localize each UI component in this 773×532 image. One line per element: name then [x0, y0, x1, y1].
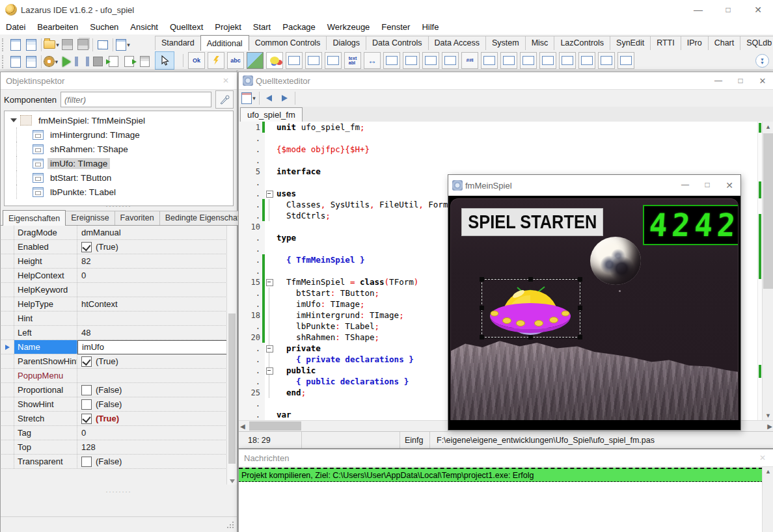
property-value[interactable]: [77, 283, 236, 297]
palette-component-tpairsplitter[interactable]: [578, 52, 595, 69]
property-name[interactable]: Stretch: [14, 412, 77, 425]
maximize-button[interactable]: □: [713, 0, 743, 20]
property-row-helptype[interactable]: HelpTypehtContext: [1, 297, 236, 312]
palette-component-tscrollbox[interactable]: [500, 52, 517, 69]
menu-item-werkzeuge[interactable]: Werkzeuge: [321, 21, 376, 33]
palette-component-tsplitter[interactable]: ↔: [364, 52, 381, 69]
jump-to-unit-button[interactable]: ▾: [241, 92, 256, 105]
spiel-starten-button[interactable]: SPIEL STARTEN: [461, 208, 603, 236]
exchange-source-form-button[interactable]: [95, 37, 111, 52]
menu-item-quelltext[interactable]: Quelltext: [164, 21, 209, 33]
palette-tab-lazcontrols[interactable]: LazControls: [554, 36, 610, 50]
property-name[interactable]: HelpKeyword: [14, 283, 77, 297]
selection-handle-w[interactable]: [480, 306, 484, 310]
object-inspector-close-icon[interactable]: ✕: [215, 76, 237, 85]
property-row-hint[interactable]: Hint: [1, 312, 236, 326]
score-display[interactable]: 4242: [643, 205, 739, 245]
property-name[interactable]: Left: [14, 326, 77, 339]
property-row-helpkeyword[interactable]: HelpKeyword: [1, 283, 236, 297]
messages-titlebar[interactable]: Nachrichten ✕: [239, 449, 773, 467]
property-name[interactable]: HelpContext: [14, 269, 77, 282]
selection-marquee[interactable]: [481, 279, 580, 338]
selection-handle-n[interactable]: [528, 277, 533, 282]
palette-component-tmaskedit[interactable]: ##I: [461, 52, 478, 69]
palette-tab-additional[interactable]: Additional: [200, 35, 249, 51]
property-row-height[interactable]: Height82: [1, 254, 236, 269]
navigate-forward-button[interactable]: [277, 92, 292, 105]
palette-tab-system[interactable]: System: [485, 36, 526, 50]
palette-component-tapplicationproperties[interactable]: [520, 52, 537, 69]
selection-handle-s[interactable]: [528, 335, 533, 339]
checkbox-unchecked-icon[interactable]: [81, 385, 92, 395]
property-row-tag[interactable]: Tag0: [1, 426, 236, 440]
property-row-name[interactable]: NameimUfo: [1, 340, 236, 354]
menu-item-start[interactable]: Start: [247, 21, 277, 33]
property-value[interactable]: 0: [77, 269, 236, 282]
menu-item-hilfe[interactable]: Hilfe: [416, 21, 444, 33]
palette-component-tspeedbutton[interactable]: [208, 52, 224, 69]
palette-tab-common-controls[interactable]: Common Controls: [249, 36, 327, 50]
tree-item-imufo[interactable]: imUfo: TImage: [5, 156, 233, 170]
property-name[interactable]: ShowHint: [14, 397, 77, 411]
expander-chevron-icon[interactable]: [10, 118, 17, 122]
selection-handle-e[interactable]: [578, 306, 582, 310]
palette-component-tstringgrid[interactable]: [539, 52, 556, 69]
property-value[interactable]: 82: [77, 254, 236, 268]
run-to-cursor-button[interactable]: [137, 54, 152, 69]
fold-collapse-icon[interactable]: [266, 345, 273, 352]
palette-component-tcolorbox[interactable]: [598, 52, 615, 69]
property-value-editor[interactable]: imUfo: [77, 340, 236, 354]
property-value[interactable]: 128: [77, 440, 236, 454]
property-name[interactable]: Proportional: [14, 383, 77, 397]
checkbox-unchecked-icon[interactable]: [81, 457, 92, 467]
palette-component-ttrackbar[interactable]: [383, 52, 400, 69]
property-name[interactable]: DragMode: [14, 226, 77, 239]
property-name[interactable]: Name: [14, 340, 77, 354]
palette-tab-standard[interactable]: Standard: [155, 36, 201, 50]
filter-brush-button[interactable]: [215, 90, 234, 109]
menu-item-package[interactable]: Package: [277, 21, 321, 33]
source-editor-titlebar[interactable]: Quelltexteditor — □ ✕: [239, 72, 773, 90]
editor-vertical-scrollbar[interactable]: ▲▼: [762, 122, 773, 421]
form-maximize-icon[interactable]: □: [696, 180, 718, 191]
property-row-enabled[interactable]: Enabled(True): [1, 240, 236, 254]
property-value[interactable]: (True): [77, 354, 236, 368]
form-close-icon[interactable]: ✕: [718, 180, 740, 191]
save-all-button[interactable]: [75, 37, 90, 52]
palette-component-tshape[interactable]: [266, 52, 283, 69]
property-row-parentshowhint[interactable]: ParentShowHint(True): [1, 354, 236, 369]
inspector-tab-ereignisse[interactable]: Ereignisse: [65, 211, 115, 225]
view-units-button[interactable]: [23, 37, 39, 52]
palette-tab-sqldb[interactable]: SQLdb: [740, 36, 773, 50]
palette-tab-ipro[interactable]: IPro: [681, 36, 709, 50]
object-inspector-titlebar[interactable]: Objektinspektor ✕: [1, 72, 237, 90]
property-grid-scrollbar[interactable]: [226, 226, 237, 485]
toolbar-grip[interactable]: [2, 55, 5, 68]
property-value[interactable]: (False): [77, 397, 236, 411]
selection-cursor-button[interactable]: [155, 51, 174, 70]
resize-grip-icon[interactable]: [226, 521, 234, 529]
property-row-helpcontext[interactable]: HelpContext0: [1, 269, 236, 283]
property-value[interactable]: (True): [77, 412, 236, 425]
palette-component-tcheckgroup[interactable]: [403, 52, 420, 69]
property-name[interactable]: Enabled: [14, 240, 77, 254]
open-folder-button[interactable]: ▾: [44, 37, 59, 52]
toolbar-grip[interactable]: [2, 38, 5, 51]
checkbox-unchecked-icon[interactable]: [81, 399, 92, 410]
minimize-button[interactable]: —: [683, 0, 713, 20]
property-name[interactable]: HelpType: [14, 297, 77, 311]
messages-close-icon[interactable]: ✕: [752, 453, 773, 462]
property-value[interactable]: (True): [77, 240, 236, 254]
palette-component-tnotebook[interactable]: [325, 52, 342, 69]
checkbox-checked-icon[interactable]: [81, 356, 92, 367]
tree-item-shrahmen[interactable]: shRahmen: TShape: [5, 142, 233, 156]
palette-tab-data-access[interactable]: Data Access: [428, 36, 486, 50]
property-row-popupmenu[interactable]: PopupMenu: [1, 369, 236, 383]
source-editor-close-icon[interactable]: ✕: [752, 76, 773, 86]
property-value[interactable]: dmManual: [77, 226, 236, 239]
inspector-tab-eigenschaften[interactable]: Eigenschaften: [3, 210, 66, 226]
selection-handle-sw[interactable]: [480, 335, 484, 339]
tab-ufo-spiel-fm[interactable]: ufo_spiel_fm: [240, 107, 303, 122]
messages-scrollbar[interactable]: ▲: [762, 467, 773, 532]
view-units-alt-button[interactable]: [8, 54, 23, 69]
